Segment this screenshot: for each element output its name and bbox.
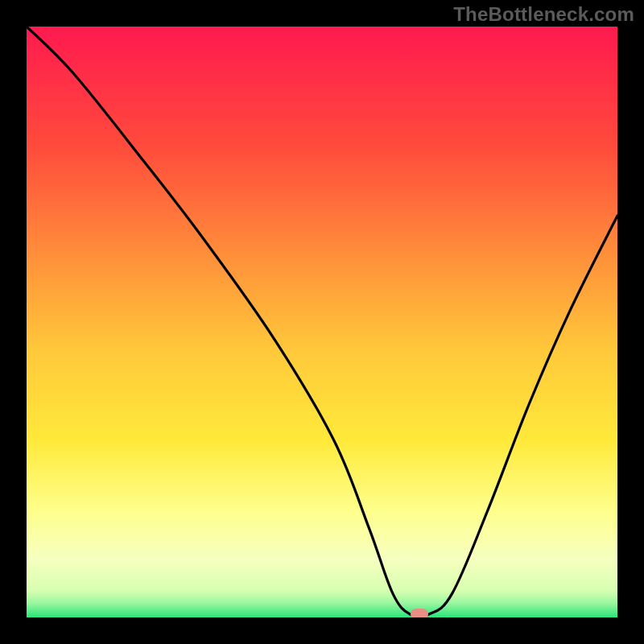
bottleneck-curve — [27, 27, 617, 617]
curve-layer — [27, 27, 617, 617]
watermark-text: TheBottleneck.com — [453, 3, 634, 26]
chart-frame: TheBottleneck.com — [0, 0, 644, 644]
optimal-marker — [411, 609, 428, 617]
plot-area — [27, 27, 617, 617]
